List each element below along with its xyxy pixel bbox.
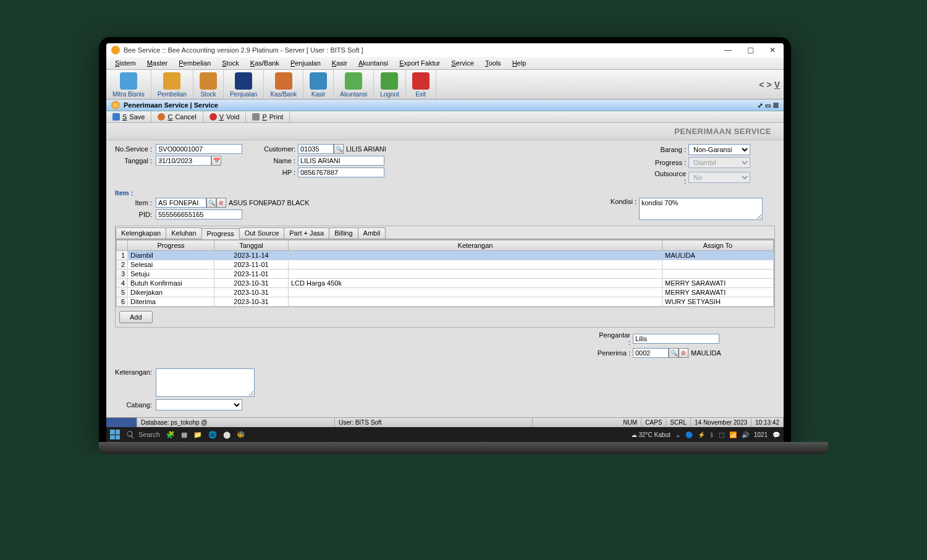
minimize-button[interactable]: — — [722, 46, 734, 54]
no-service-label: No.Service : — [115, 145, 152, 153]
tray-bluetooth-icon[interactable]: ᛒ — [710, 431, 714, 438]
progress-select[interactable]: Diambil — [688, 157, 750, 168]
toolbar-exit[interactable]: Exit — [406, 70, 436, 99]
item-section-label: Item : — [115, 189, 775, 197]
menu-pembelian[interactable]: Pembelian — [174, 58, 216, 68]
v-button[interactable]: V — [774, 80, 780, 90]
tray-clock[interactable]: 1021 — [754, 431, 768, 438]
task-icon[interactable]: 🐝 — [237, 431, 245, 439]
start-button[interactable] — [110, 430, 120, 439]
customer-search-icon[interactable]: 🔍 — [334, 144, 344, 154]
cabang-select[interactable] — [156, 399, 242, 410]
table-row[interactable]: 6Diterima2023-10-31WURY SETYASIH — [117, 297, 774, 307]
menu-help[interactable]: Help — [507, 58, 531, 68]
tray-icon[interactable]: 🔵 — [685, 431, 693, 438]
toolbar-logout[interactable]: Logout — [374, 70, 406, 99]
tray-wifi-icon[interactable]: 📶 — [729, 431, 737, 438]
menu-kasir[interactable]: Kasir — [327, 58, 352, 68]
toolbar-penjualan[interactable]: Penjualan — [224, 70, 264, 99]
tab-keluhan[interactable]: Keluhan — [166, 227, 201, 239]
tray-chevron-icon[interactable]: ⌄ — [675, 431, 680, 438]
item-code-input[interactable] — [156, 198, 206, 208]
orb-icon — [111, 101, 120, 109]
pid-input[interactable] — [156, 210, 242, 219]
calendar-icon[interactable]: 📅 — [211, 156, 221, 166]
item-delete-icon[interactable]: ⊘ — [216, 198, 226, 208]
name-label: Name : — [261, 157, 295, 164]
table-row[interactable]: 5Dikerjakan2023-10-31MERRY SARAWATI — [117, 288, 774, 297]
col-header — [117, 240, 128, 251]
add-button[interactable]: Add — [119, 311, 153, 323]
pid-label: PID: — [115, 211, 152, 218]
menu-master[interactable]: Master — [142, 58, 173, 68]
menu-sistem[interactable]: Sistem — [110, 58, 141, 68]
keterangan-label: Keterangan: — [115, 368, 152, 376]
customer-code-input[interactable] — [298, 144, 334, 154]
pengantar-input[interactable] — [633, 334, 719, 344]
tray-volume-icon[interactable]: 🔊 — [742, 431, 749, 438]
table-row[interactable]: 4Butuh Konfirmasi2023-10-31LCD Harga 450… — [117, 279, 774, 288]
barang-select[interactable]: Non-Garansi — [688, 144, 750, 155]
menu-stock[interactable]: Stock — [217, 58, 244, 68]
no-service-input[interactable] — [156, 144, 242, 154]
tray-icon[interactable]: ⬚ — [719, 431, 724, 438]
menu-kasbank[interactable]: Kas/Bank — [245, 58, 284, 68]
maximize-button[interactable]: ▢ — [744, 46, 756, 54]
status-user: User: BITS Soft — [335, 418, 533, 427]
taskbar-search[interactable]: Search — [126, 430, 160, 439]
hp-input[interactable] — [298, 168, 384, 177]
child-close-button[interactable]: ☒ — [773, 102, 779, 109]
page-title: PENERIMAAN SERVICE — [106, 123, 784, 140]
child-restore-button[interactable]: ⤢ — [758, 102, 763, 109]
outsource-select[interactable]: No — [688, 172, 750, 183]
nav-right-button[interactable]: > — [766, 80, 771, 90]
toolbar-pembelian[interactable]: Pembelian — [151, 70, 193, 99]
task-icon[interactable]: 🌐 — [208, 431, 217, 439]
table-row[interactable]: 3Setuju2023-11-01 — [117, 269, 774, 279]
keterangan-input[interactable] — [156, 368, 255, 397]
task-icon[interactable]: ▦ — [181, 431, 187, 439]
tray-notification-icon[interactable]: 💬 — [772, 431, 780, 438]
menu-penjualan[interactable]: Penjualan — [286, 58, 326, 68]
toolbar-kasbank[interactable]: Kas/Bank — [264, 70, 303, 99]
task-icon[interactable]: 📁 — [193, 431, 202, 439]
table-row[interactable]: 1Diambil2023-11-14MAULIDA — [117, 251, 774, 260]
menu-exportfaktur[interactable]: Export Faktur — [394, 58, 445, 68]
menu-tools[interactable]: Tools — [480, 58, 506, 68]
penerima-search-icon[interactable]: 🔍 — [669, 348, 679, 358]
tab-billing[interactable]: Billing — [329, 227, 358, 239]
toolbar-mitrabisnis[interactable]: Mitra Bisnis — [106, 70, 151, 99]
weather-tray[interactable]: ☁ 32°C Kabut — [631, 431, 671, 438]
cancel-button[interactable]: CCancel — [151, 111, 203, 122]
tanggal-input[interactable] — [156, 156, 211, 166]
menu-service[interactable]: Service — [446, 58, 479, 68]
table-row[interactable]: 2Selesai2023-11-01 — [117, 260, 774, 269]
window-title: Bee Service :: Bee Accounting version 2.… — [124, 46, 363, 54]
toolbar-stock[interactable]: Stock — [193, 70, 224, 99]
col-header: Assign To — [662, 240, 774, 251]
print-button[interactable]: PPrint — [246, 111, 290, 122]
save-button[interactable]: SSave — [106, 111, 151, 122]
close-button[interactable]: ✕ — [766, 46, 779, 54]
void-button[interactable]: VVoid — [203, 111, 247, 122]
toolbar-akuntansi[interactable]: Akuntansi — [334, 70, 374, 99]
item-search-icon[interactable]: 🔍 — [206, 198, 216, 208]
task-icon[interactable]: 🧩 — [166, 431, 175, 439]
tab-kelengkapan[interactable]: Kelengkapan — [116, 227, 166, 239]
toolbar-kasir[interactable]: Kasir — [303, 70, 334, 99]
penerima-delete-icon[interactable]: ⊘ — [679, 348, 688, 358]
progress-label: Progress : — [651, 159, 686, 166]
tab-partjasa[interactable]: Part + Jasa — [284, 227, 329, 239]
col-header: Progress — [128, 240, 214, 251]
name-input[interactable] — [298, 156, 384, 166]
penerima-code-input[interactable] — [633, 348, 669, 358]
tab-progress[interactable]: Progress — [201, 228, 240, 239]
nav-left-button[interactable]: < — [759, 80, 764, 90]
tray-icon[interactable]: ⚡ — [698, 431, 705, 438]
kondisi-input[interactable]: kondisi 70% — [639, 198, 763, 220]
menu-akuntansi[interactable]: Akuntansi — [353, 58, 393, 68]
task-icon[interactable]: ⬤ — [223, 431, 231, 439]
tab-ambil[interactable]: Ambil — [358, 227, 386, 239]
tab-outsource[interactable]: Out Source — [239, 227, 285, 239]
child-minimize-button[interactable]: ▭ — [765, 102, 771, 109]
